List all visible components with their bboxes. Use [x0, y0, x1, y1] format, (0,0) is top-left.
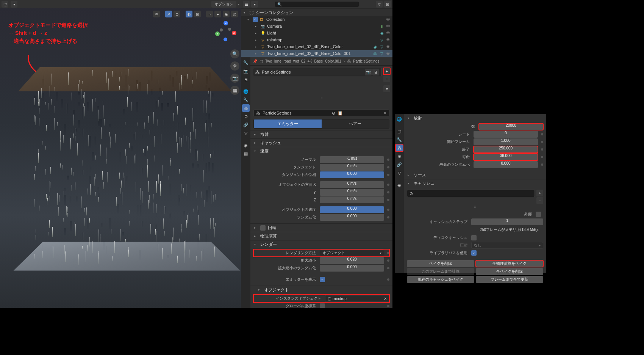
visibility-icon[interactable]: 👁: [386, 44, 390, 49]
hair-tab[interactable]: ヘアー: [322, 119, 389, 128]
tab-material[interactable]: ◉: [395, 181, 403, 189]
outliner-collection-row[interactable]: ▾✓⛋Collection👁: [241, 16, 392, 23]
disclosure-icon[interactable]: ▸: [255, 31, 259, 35]
emitter-tab[interactable]: エミッター: [254, 119, 322, 128]
libpath-checkbox[interactable]: ✓: [471, 250, 477, 256]
seed-input[interactable]: 0: [474, 131, 538, 138]
overlay-toggle-icon[interactable]: ⊙: [174, 11, 180, 17]
keyframe-dot[interactable]: [387, 199, 389, 201]
source-panel-header[interactable]: ▸ソース: [404, 171, 546, 179]
update-frame-button[interactable]: フレームまで全て更新: [476, 276, 543, 283]
keyframe-dot[interactable]: [387, 259, 389, 262]
keyframe-dot[interactable]: [387, 267, 389, 269]
external-checkbox[interactable]: [536, 212, 541, 217]
selectability-icon[interactable]: 👁: [153, 11, 160, 17]
cache-panel-header[interactable]: ▾キャッシュ: [404, 179, 546, 187]
outliner-search-input[interactable]: [275, 1, 359, 7]
tab-wrench[interactable]: 🔧: [395, 136, 403, 143]
random-input[interactable]: 0.000: [320, 214, 384, 221]
tab-scene[interactable]: 🌐: [395, 115, 403, 123]
new-collection-icon[interactable]: ⊞: [384, 1, 391, 8]
scale-rand-input[interactable]: 0.000: [320, 265, 384, 272]
keyframe-dot[interactable]: [541, 141, 543, 143]
shading-material-icon[interactable]: ◉: [223, 11, 230, 17]
gizmo-z-axis[interactable]: Z: [224, 21, 228, 25]
cache-panel-header[interactable]: ▸キャッシュ: [250, 138, 392, 147]
add-cache-button[interactable]: +: [536, 190, 543, 196]
keyframe-dot[interactable]: [387, 278, 389, 281]
gizmo-neg-axis[interactable]: [220, 28, 223, 31]
tab-modifiers[interactable]: ▽: [242, 129, 250, 137]
obj-vel-input[interactable]: 0.000: [320, 206, 384, 213]
camera-view-icon[interactable]: 📷: [230, 74, 239, 83]
tab-material[interactable]: ◉: [242, 141, 250, 149]
physics-panel-header[interactable]: ▸物理演算: [250, 232, 392, 240]
gizmo-neg-axis[interactable]: [228, 28, 231, 31]
normal-input[interactable]: -1 m/s: [320, 156, 384, 163]
object-subpanel-header[interactable]: ▾オブジェクト: [250, 286, 392, 294]
zoom-icon[interactable]: 🔍: [230, 49, 239, 58]
keyframe-dot[interactable]: [387, 305, 389, 307]
shading-wire-icon[interactable]: ⊞: [194, 11, 201, 17]
velocity-panel-header[interactable]: ▾速度: [250, 147, 392, 155]
cache-slot-row[interactable]: ⊙: [407, 190, 535, 197]
shading-matcap-icon[interactable]: ●: [214, 11, 221, 17]
bake-cache-button[interactable]: 現在のキャッシュをベイク: [407, 276, 474, 283]
disclosure-icon[interactable]: ▸: [255, 25, 259, 28]
end-input[interactable]: 250.000: [474, 146, 538, 153]
outliner-item-row[interactable]: ▸▽raindrop▽👁: [241, 36, 392, 43]
delete-all-bake-button[interactable]: 全ベイクを削除: [476, 268, 543, 275]
gizmo-toggle-icon[interactable]: ↗: [165, 11, 172, 17]
perspective-icon[interactable]: ▦: [230, 86, 239, 95]
tab-particles[interactable]: ⁂: [242, 104, 250, 112]
keyframe-dot[interactable]: [387, 209, 389, 211]
rotation-panel-header[interactable]: ▸回転: [250, 223, 392, 232]
nav-gizmo[interactable]: Z X Y: [215, 21, 236, 42]
display-mode-icon[interactable]: ▾: [251, 1, 258, 8]
delete-bake-button[interactable]: ベイクを削除: [407, 260, 474, 267]
scale-input[interactable]: 0.020: [320, 257, 384, 264]
obj-align-z-input[interactable]: 0 m/s: [320, 196, 384, 203]
cache-step-input[interactable]: 1: [471, 218, 543, 225]
tab-render[interactable]: 📷: [242, 67, 250, 75]
remove-cache-button[interactable]: −: [536, 197, 543, 204]
shading-solid-icon[interactable]: ○: [206, 11, 213, 17]
shading-rendered-icon[interactable]: ◎: [231, 11, 238, 17]
drag-handle[interactable]: ⠿: [407, 206, 543, 209]
obj-align-x-input[interactable]: 0 m/s: [320, 181, 384, 188]
disclosure-icon[interactable]: ▾: [247, 18, 251, 21]
render-method-select[interactable]: オブジェクト▾: [320, 250, 384, 256]
life-input[interactable]: 36.000: [474, 154, 538, 160]
keyframe-dot[interactable]: [541, 133, 543, 135]
tab-tool[interactable]: 🔧: [242, 59, 250, 66]
tab-constraints[interactable]: 🔗: [242, 121, 250, 129]
drag-handle[interactable]: ⠿: [253, 97, 390, 100]
visibility-icon[interactable]: 👁: [386, 51, 390, 56]
viewport-toggle-icon[interactable]: 🖥: [372, 69, 379, 75]
global-checkbox[interactable]: [320, 303, 325, 308]
tangent-phase-input[interactable]: 0.000: [320, 171, 384, 178]
outliner-item-row[interactable]: ▸▽Two_lane_road_wet_02_4K_Base_Color◉▽👁: [241, 43, 392, 50]
rotation-checkbox[interactable]: [260, 225, 266, 231]
tab-world[interactable]: 🔧: [242, 96, 250, 104]
disk-cache-checkbox[interactable]: [471, 235, 477, 240]
disclosure-icon[interactable]: ▸: [255, 45, 259, 49]
bake-all-button[interactable]: 全物理演算をベイク: [476, 260, 543, 267]
keyframe-dot[interactable]: [387, 252, 389, 254]
viewport-3d[interactable]: ⬚ ▾ オプション ▾ 👁 ↗ ⊙ ◐ ⊞ ○ ● ◉ ◎ Z X Y 🔍 ✥ …: [0, 0, 241, 308]
keyframe-dot[interactable]: [387, 166, 389, 168]
tab-particles[interactable]: ⁂: [395, 144, 403, 152]
particle-name-field[interactable]: ⁂ ParticleSettings ⊙ 📋 ✕: [253, 109, 389, 117]
remove-particle-button[interactable]: −: [383, 75, 390, 82]
obj-align-y-input[interactable]: 0 m/s: [320, 189, 384, 196]
editor-type-icon[interactable]: ⬚: [2, 1, 8, 8]
collection-checkbox[interactable]: ✓: [253, 17, 258, 22]
visibility-icon[interactable]: 👁: [386, 31, 390, 35]
tab-scene[interactable]: 🌐: [242, 88, 250, 95]
disclosure-icon[interactable]: ▾: [244, 11, 247, 14]
start-input[interactable]: 1.000: [474, 138, 538, 145]
outliner-item-row[interactable]: ▸▽Two_lane_road_wet_02_4K_Base_Color.001…: [241, 50, 392, 57]
render-panel-header[interactable]: ▾レンダー: [250, 240, 392, 248]
keyframe-dot[interactable]: [541, 148, 543, 151]
tab-mesh[interactable]: ▽: [395, 169, 403, 177]
